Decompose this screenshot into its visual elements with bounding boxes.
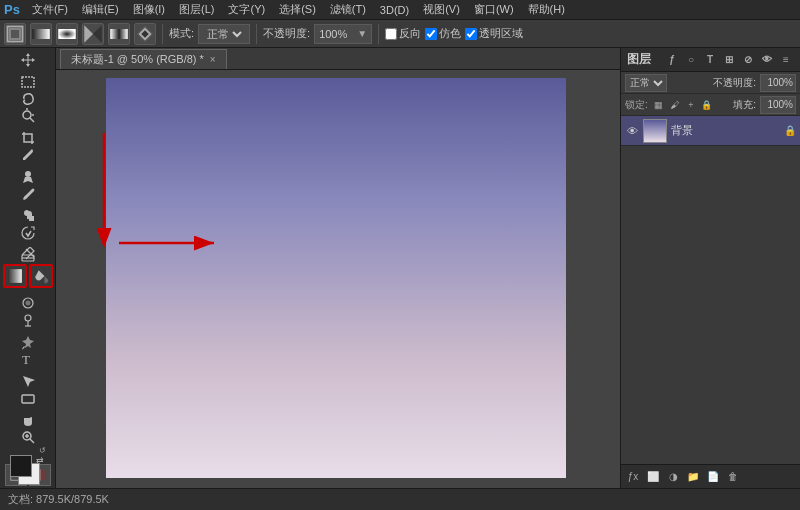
layer-name-label: 背景 xyxy=(671,123,780,138)
layer-lock-icon: 🔒 xyxy=(784,125,796,136)
sep1 xyxy=(162,24,163,44)
layers-panel-title: 图层 xyxy=(627,51,651,68)
shape-tool[interactable] xyxy=(16,390,40,406)
layer-styles-icon[interactable]: ƒx xyxy=(625,469,641,485)
healing-tool[interactable] xyxy=(16,169,40,185)
panel-icon-channels[interactable]: ○ xyxy=(683,52,699,68)
paint-bucket-tool[interactable] xyxy=(29,264,53,288)
mode-select[interactable]: 正常 xyxy=(203,27,245,41)
layer-thumbnail xyxy=(643,119,667,143)
svg-point-10 xyxy=(23,111,31,119)
lock-all-icon[interactable]: 🔒 xyxy=(700,98,714,112)
dither-label: 仿色 xyxy=(439,26,461,41)
lock-image-icon[interactable]: 🖌 xyxy=(668,98,682,112)
menu-window[interactable]: 窗口(W) xyxy=(468,1,520,18)
menu-layer[interactable]: 图层(L) xyxy=(173,1,220,18)
path-select-tool[interactable] xyxy=(16,373,40,389)
svg-marker-5 xyxy=(84,25,93,43)
foreground-color[interactable] xyxy=(10,455,32,477)
eyedropper-tool[interactable] xyxy=(16,147,40,163)
menu-text[interactable]: 文字(Y) xyxy=(222,1,271,18)
options-bar: 模式: 正常 不透明度: ▼ 反向 仿色 透明区域 xyxy=(0,20,800,48)
menu-image[interactable]: 图像(I) xyxy=(127,1,171,18)
opacity-input-panel[interactable] xyxy=(760,74,796,92)
layer-visibility-icon[interactable]: 👁 xyxy=(625,124,639,138)
transparency-label: 透明区域 xyxy=(479,26,523,41)
document-tab[interactable]: 未标题-1 @ 50% (RGB/8) * × xyxy=(60,49,227,69)
options-diamond-gradient[interactable] xyxy=(134,23,156,45)
type-tool[interactable]: T xyxy=(16,351,40,367)
history-brush-tool[interactable] xyxy=(16,225,40,241)
panel-menu-btn[interactable]: ≡ xyxy=(778,52,794,68)
panel-icon-eye[interactable]: 👁 xyxy=(759,52,775,68)
reverse-checkbox[interactable]: 反向 xyxy=(385,26,421,41)
layer-background[interactable]: 👁 背景 🔒 xyxy=(621,116,800,146)
svg-point-19 xyxy=(25,315,31,321)
options-linear-gradient[interactable] xyxy=(30,23,52,45)
mode-dropdown[interactable]: 正常 xyxy=(198,24,250,44)
crop-tool[interactable] xyxy=(16,130,40,146)
menu-3d[interactable]: 3D(D) xyxy=(374,3,415,17)
clone-tool[interactable] xyxy=(16,208,40,224)
menu-file[interactable]: 文件(F) xyxy=(26,1,74,18)
add-mask-icon[interactable]: ⬜ xyxy=(645,469,661,485)
dither-checkbox[interactable]: 仿色 xyxy=(425,26,461,41)
hand-tool[interactable] xyxy=(16,412,40,428)
svg-rect-3 xyxy=(58,29,76,39)
opacity-input[interactable] xyxy=(319,28,355,40)
panel-icon-t[interactable]: T xyxy=(702,52,718,68)
svg-rect-2 xyxy=(32,29,50,39)
menu-filter[interactable]: 滤镜(T) xyxy=(324,1,372,18)
canvas-area: 未标题-1 @ 50% (RGB/8) * × xyxy=(56,48,620,488)
svg-line-11 xyxy=(30,118,34,122)
quick-select-tool[interactable] xyxy=(16,108,40,124)
reset-colors[interactable]: ↺ xyxy=(39,446,46,455)
opacity-dropdown[interactable]: ▼ xyxy=(314,24,372,44)
menu-help[interactable]: 帮助(H) xyxy=(522,1,571,18)
eraser-tool[interactable] xyxy=(16,247,40,263)
zoom-tool[interactable] xyxy=(16,429,40,445)
blur-tool[interactable] xyxy=(16,295,40,311)
options-angle-gradient[interactable] xyxy=(82,23,104,45)
transparency-check[interactable] xyxy=(465,28,477,40)
gradient-tool[interactable] xyxy=(3,264,27,288)
dodge-tool[interactable] xyxy=(16,312,40,328)
options-tool-icon[interactable] xyxy=(4,23,26,45)
menu-view[interactable]: 视图(V) xyxy=(417,1,466,18)
lock-label: 锁定: xyxy=(625,98,648,112)
swap-colors[interactable]: ⇄ xyxy=(36,455,44,465)
options-radial-gradient[interactable] xyxy=(56,23,78,45)
adjustment-icon[interactable]: ◑ xyxy=(665,469,681,485)
reverse-check[interactable] xyxy=(385,28,397,40)
pen-tool[interactable] xyxy=(16,334,40,350)
panel-icon-kind[interactable]: ƒ xyxy=(664,52,680,68)
group-icon[interactable]: 📁 xyxy=(685,469,701,485)
lasso-tool[interactable] xyxy=(16,91,40,107)
blend-mode-select[interactable]: 正常 xyxy=(625,74,667,92)
opacity-label-panel: 不透明度: xyxy=(713,76,756,90)
menu-select[interactable]: 选择(S) xyxy=(273,1,322,18)
panel-icon-link[interactable]: ⊘ xyxy=(740,52,756,68)
sep2 xyxy=(256,24,257,44)
fill-input-panel[interactable] xyxy=(760,96,796,114)
new-layer-icon[interactable]: 📄 xyxy=(705,469,721,485)
tab-bar: 未标题-1 @ 50% (RGB/8) * × xyxy=(56,48,620,70)
brush-tool[interactable] xyxy=(16,186,40,202)
options-reflected-gradient[interactable] xyxy=(108,23,130,45)
dither-check[interactable] xyxy=(425,28,437,40)
svg-point-14 xyxy=(25,171,31,177)
layers-panel-header: 图层 ƒ ○ T ⊞ ⊘ 👁 ≡ xyxy=(621,48,800,72)
move-tool[interactable] xyxy=(16,52,40,68)
menu-edit[interactable]: 编辑(E) xyxy=(76,1,125,18)
lock-transparent-icon[interactable]: ▦ xyxy=(652,98,666,112)
svg-rect-1 xyxy=(10,29,20,39)
tab-close-button[interactable]: × xyxy=(210,54,216,65)
mode-label: 模式: xyxy=(169,26,194,41)
lock-position-icon[interactable]: + xyxy=(684,98,698,112)
panel-icon-grid[interactable]: ⊞ xyxy=(721,52,737,68)
gradient-display xyxy=(106,78,566,478)
reverse-label: 反向 xyxy=(399,26,421,41)
delete-layer-icon[interactable]: 🗑 xyxy=(725,469,741,485)
transparency-checkbox[interactable]: 透明区域 xyxy=(465,26,523,41)
marquee-tool[interactable] xyxy=(16,74,40,90)
